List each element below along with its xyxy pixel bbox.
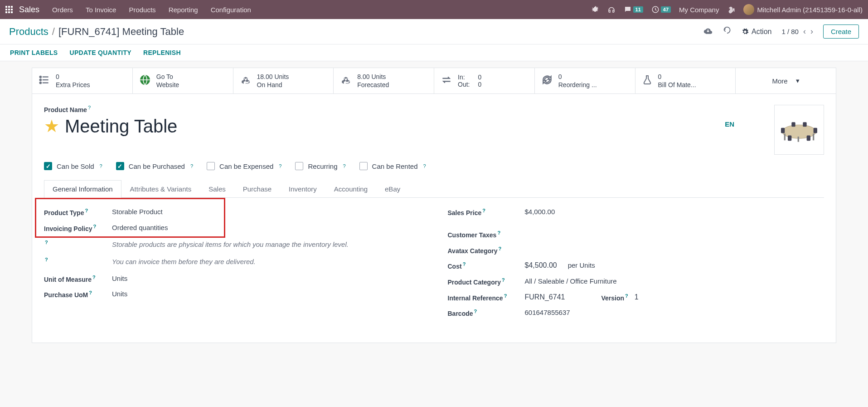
svg-rect-21 xyxy=(781,128,785,133)
bug-icon[interactable] xyxy=(591,5,599,14)
check-can-be-purchased[interactable]: Can be Purchased? xyxy=(116,162,193,170)
stat-extra-prices[interactable]: 0Extra Prices xyxy=(32,68,133,93)
product-type-value[interactable]: Storable Product xyxy=(112,208,421,216)
help-icon[interactable]: ? xyxy=(85,208,88,213)
form-body: Product Type? Storable Product Invoicing… xyxy=(44,208,824,324)
help-icon[interactable]: ? xyxy=(45,257,48,262)
help-icon[interactable]: ? xyxy=(482,208,485,213)
undo-icon[interactable] xyxy=(723,26,732,37)
apps-icon[interactable] xyxy=(5,6,13,13)
svg-rect-2 xyxy=(11,6,13,8)
help-icon[interactable]: ? xyxy=(498,246,501,251)
pager-next[interactable]: › xyxy=(810,27,813,36)
internal-ref-label: Internal Reference xyxy=(448,294,503,301)
help-icon[interactable]: ? xyxy=(92,275,96,280)
nav-to-invoice[interactable]: To Invoice xyxy=(86,6,116,14)
barcode-value[interactable]: 601647855637 xyxy=(525,309,824,316)
stat-onhand[interactable]: 18.00 UnitsOn Hand xyxy=(233,68,334,93)
pager-prev[interactable]: ‹ xyxy=(803,27,806,36)
help-icon[interactable]: ? xyxy=(279,163,281,169)
brand[interactable]: Sales xyxy=(19,5,39,15)
user-menu[interactable]: Mitchell Admin (21451359-16-0-all) xyxy=(743,4,863,15)
product-title[interactable]: Meeting Table xyxy=(65,116,177,137)
help-icon[interactable]: ? xyxy=(474,309,477,314)
header: Products / [FURN_6741] Meeting Table Act… xyxy=(0,19,868,44)
cloud-download-icon[interactable] xyxy=(703,26,713,37)
print-labels-button[interactable]: PRINT LABELS xyxy=(10,49,58,56)
tools-icon[interactable] xyxy=(727,5,735,14)
favorite-star-icon[interactable]: ★ xyxy=(44,116,59,136)
lang-toggle[interactable]: EN xyxy=(721,118,738,130)
puom-value[interactable]: Units xyxy=(112,290,421,298)
invoicing-policy-value[interactable]: Ordered quantities xyxy=(112,224,421,231)
sales-price-value[interactable]: $4,000.00 xyxy=(525,208,824,216)
help-icon[interactable]: ? xyxy=(504,293,507,299)
refresh-icon xyxy=(541,74,553,88)
stat-more[interactable]: More ▾ xyxy=(736,68,836,93)
help-icon[interactable]: ? xyxy=(89,290,92,295)
tab-purchase[interactable]: Purchase xyxy=(234,180,280,197)
uom-value[interactable]: Units xyxy=(112,275,421,282)
action-button[interactable]: Action xyxy=(742,28,771,36)
tab-attributes[interactable]: Attributes & Variants xyxy=(121,180,200,197)
help-icon[interactable]: ? xyxy=(45,240,48,245)
breadcrumb-products[interactable]: Products xyxy=(9,26,48,38)
svg-point-14 xyxy=(40,79,41,81)
tab-inventory[interactable]: Inventory xyxy=(280,180,325,197)
svg-point-17 xyxy=(782,125,816,139)
invoicing-policy-label: Invoicing Policy xyxy=(44,225,92,232)
nav-products[interactable]: Products xyxy=(129,6,155,14)
gear-icon xyxy=(742,28,749,35)
product-image[interactable] xyxy=(774,105,824,155)
help-icon[interactable]: ? xyxy=(93,224,97,229)
check-can-be-expensed[interactable]: Can be Expensed? xyxy=(207,162,281,170)
tab-accounting[interactable]: Accounting xyxy=(325,180,376,197)
help-icon[interactable]: ? xyxy=(625,293,628,299)
help-icon[interactable]: ? xyxy=(423,163,426,169)
create-button[interactable]: Create xyxy=(823,25,859,39)
stat-website[interactable]: Go ToWebsite xyxy=(133,68,233,93)
tab-general[interactable]: General Information xyxy=(44,180,121,197)
stat-forecasted[interactable]: 8.00 UnitsForecasted xyxy=(334,68,434,93)
check-can-be-sold[interactable]: Can be Sold? xyxy=(44,162,102,170)
action-label: Action xyxy=(752,28,771,36)
version-value[interactable]: 1 xyxy=(635,293,639,301)
help-icon[interactable]: ? xyxy=(502,277,505,283)
update-quantity-button[interactable]: UPDATE QUANTITY xyxy=(70,49,131,56)
tab-sales[interactable]: Sales xyxy=(200,180,234,197)
stat-inout[interactable]: In:0 Out:0 xyxy=(434,68,535,93)
tabs: General Information Attributes & Variant… xyxy=(44,180,824,198)
chat-icon[interactable]: 11 xyxy=(624,5,643,14)
check-recurring[interactable]: Recurring? xyxy=(295,162,345,170)
replenish-button[interactable]: REPLENISH xyxy=(143,49,181,56)
headset-icon[interactable] xyxy=(607,5,616,14)
help-icon[interactable]: ? xyxy=(100,163,102,169)
cost-per: per Units xyxy=(568,261,595,269)
svg-rect-22 xyxy=(814,128,817,133)
help-icon[interactable]: ? xyxy=(88,105,91,110)
nav-reporting[interactable]: Reporting xyxy=(169,6,198,14)
stat-reordering[interactable]: 0Reordering ... xyxy=(535,68,635,93)
product-category-value[interactable]: All / Saleable / Office Furniture xyxy=(525,277,824,285)
company-name[interactable]: My Company xyxy=(679,6,719,14)
help-icon[interactable]: ? xyxy=(463,261,466,267)
help-icon[interactable]: ? xyxy=(343,163,345,169)
form-col-right: Sales Price? $4,000.00 Customer Taxes? A… xyxy=(448,208,824,324)
svg-rect-19 xyxy=(813,134,814,141)
clock-icon[interactable]: 47 xyxy=(651,5,671,14)
tab-ebay[interactable]: eBay xyxy=(376,180,409,197)
nav-right: 11 47 My Company Mitchell Admin (2145135… xyxy=(591,4,863,15)
help-icon[interactable]: ? xyxy=(190,163,193,169)
cost-value[interactable]: $4,500.00 xyxy=(525,261,557,270)
nav-orders[interactable]: Orders xyxy=(52,6,73,14)
stat-bom[interactable]: 0Bill Of Mate... xyxy=(635,68,736,93)
caret-down-icon: ▾ xyxy=(796,77,800,85)
internal-ref-value[interactable]: FURN_6741 xyxy=(525,293,565,301)
flask-icon xyxy=(642,74,653,87)
chat-badge: 11 xyxy=(633,6,643,13)
svg-rect-20 xyxy=(798,137,799,142)
sales-price-label: Sales Price xyxy=(448,209,482,216)
help-icon[interactable]: ? xyxy=(497,230,500,235)
nav-configuration[interactable]: Configuration xyxy=(211,6,251,14)
check-can-be-rented[interactable]: Can be Rented? xyxy=(359,162,426,170)
